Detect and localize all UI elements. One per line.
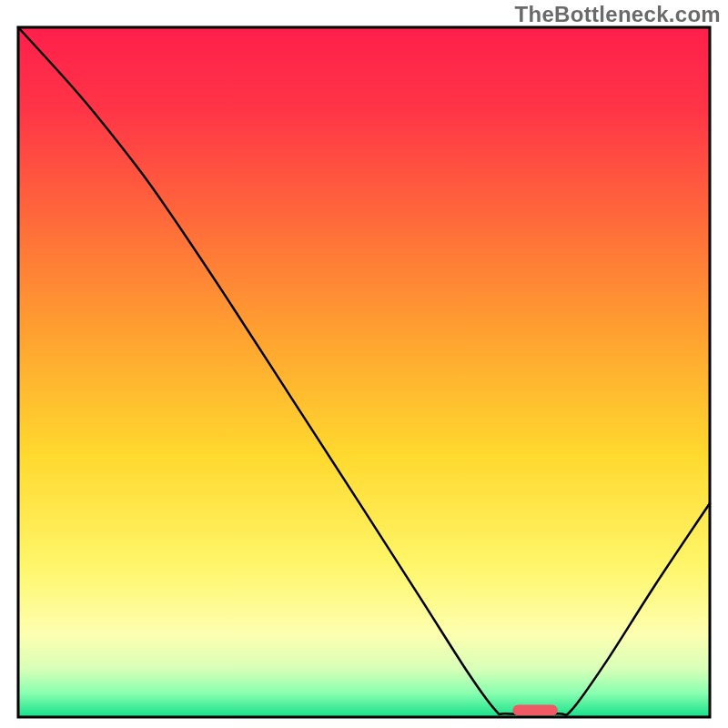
gradient-background <box>18 27 710 717</box>
optimal-range-marker <box>512 704 557 715</box>
watermark-text: TheBottleneck.com <box>515 2 721 27</box>
chart-container: TheBottleneck.com <box>0 0 728 728</box>
bottleneck-chart <box>0 0 728 728</box>
